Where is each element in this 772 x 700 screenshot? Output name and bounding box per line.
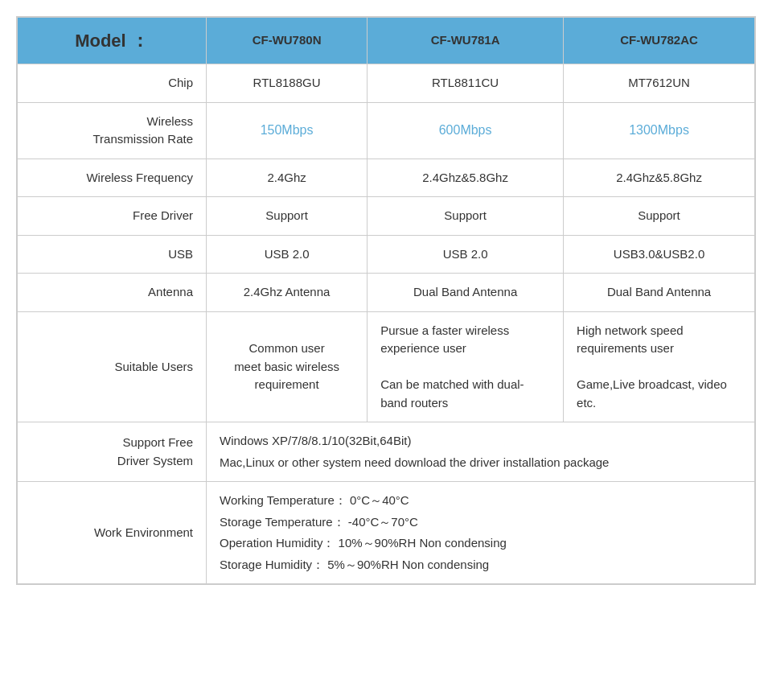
suitable-users-v2: Pursue a faster wireless experience user… [368, 311, 564, 422]
chip-v3: MT7612UN [564, 64, 755, 103]
suitable-users-label: Suitable Users [18, 311, 207, 422]
usb-v2: USB 2.0 [368, 235, 564, 274]
suitable-users-v3: High network speed requirements user Gam… [564, 311, 755, 422]
wireless-frequency-v2: 2.4Ghz&5.8Ghz [368, 159, 564, 197]
free-driver-label: Free Driver [18, 197, 207, 236]
model-col3-header: CF-WU782AC [564, 18, 755, 64]
support-free-driver-row: Support FreeDriver System Windows XP/7/8… [18, 422, 755, 482]
chip-v2: RTL8811CU [368, 64, 564, 103]
support-free-driver-label: Support FreeDriver System [18, 422, 207, 482]
wireless-frequency-row: Wireless Frequency 2.4Ghz 2.4Ghz&5.8Ghz … [18, 159, 755, 197]
comparison-table: Model ： CF-WU780N CF-WU781A CF-WU782AC C… [16, 16, 756, 585]
transmission-rate-v3: 1300Mbps [564, 102, 755, 159]
suitable-users-v1: Common user meet basic wireless requirem… [207, 311, 368, 422]
work-environment-label: Work Environment [18, 482, 207, 584]
transmission-rate-row: WirelessTransmission Rate 150Mbps 600Mbp… [18, 102, 755, 159]
antenna-v1: 2.4Ghz Antenna [207, 274, 368, 312]
chip-row: Chip RTL8188GU RTL8811CU MT7612UN [18, 64, 755, 103]
wireless-frequency-v1: 2.4Ghz [207, 159, 368, 197]
usb-v3: USB3.0&USB2.0 [564, 235, 755, 274]
model-col2-header: CF-WU781A [368, 18, 564, 64]
suitable-users-row: Suitable Users Common user meet basic wi… [18, 311, 755, 422]
model-label-header: Model ： [18, 18, 207, 64]
chip-v1: RTL8188GU [207, 64, 368, 103]
support-free-driver-content: Windows XP/7/8/8.1/10(32Bit,64Bit) Mac,L… [207, 422, 755, 482]
usb-row: USB USB 2.0 USB 2.0 USB3.0&USB2.0 [18, 235, 755, 274]
model-col1-header: CF-WU780N [207, 18, 368, 64]
usb-label: USB [18, 235, 207, 274]
wireless-frequency-label: Wireless Frequency [18, 159, 207, 197]
free-driver-row: Free Driver Support Support Support [18, 197, 755, 236]
antenna-v2: Dual Band Antenna [368, 274, 564, 312]
work-environment-row: Work Environment Working Temperature： 0°… [18, 482, 755, 584]
usb-v1: USB 2.0 [207, 235, 368, 274]
antenna-row: Antenna 2.4Ghz Antenna Dual Band Antenna… [18, 274, 755, 312]
transmission-rate-v1: 150Mbps [207, 102, 368, 159]
antenna-v3: Dual Band Antenna [564, 274, 755, 312]
free-driver-v2: Support [368, 197, 564, 236]
free-driver-v3: Support [564, 197, 755, 236]
transmission-rate-label: WirelessTransmission Rate [18, 102, 207, 159]
free-driver-v1: Support [207, 197, 368, 236]
chip-label: Chip [18, 64, 207, 103]
antenna-label: Antenna [18, 274, 207, 312]
transmission-rate-v2: 600Mbps [368, 102, 564, 159]
wireless-frequency-v3: 2.4Ghz&5.8Ghz [564, 159, 755, 197]
work-environment-content: Working Temperature： 0°C～40°C Storage Te… [207, 482, 755, 584]
